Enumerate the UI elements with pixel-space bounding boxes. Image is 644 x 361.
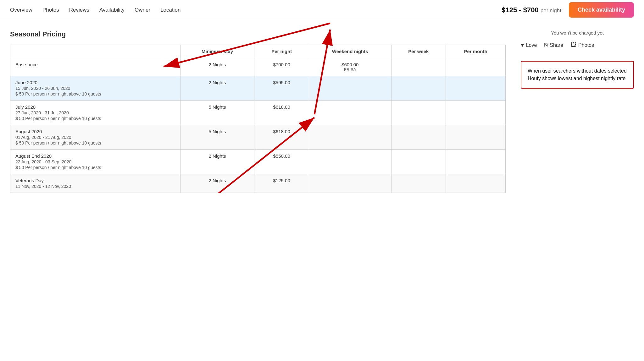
action-bar: ♥ Love ⎘ Share 🖼 Photos bbox=[521, 42, 634, 48]
check-availability-button[interactable]: Check availability bbox=[569, 2, 634, 18]
season-cell: Base price bbox=[10, 58, 180, 76]
weekend-nights-cell bbox=[309, 76, 391, 101]
per-week-cell bbox=[391, 76, 446, 101]
nav-overview[interactable]: Overview bbox=[10, 7, 32, 13]
season-cell: Veterans Day11 Nov, 2020 - 12 Nov, 2020 bbox=[10, 174, 180, 193]
per-night-cell: $125.00 bbox=[254, 174, 309, 193]
col-season-header bbox=[10, 45, 180, 58]
min-stay-cell: 2 Nights bbox=[180, 174, 254, 193]
per-night-cell: $550.00 bbox=[254, 150, 309, 174]
nav-owner[interactable]: Owner bbox=[135, 7, 150, 13]
per-night-cell: $618.00 bbox=[254, 125, 309, 150]
photos-label: Photos bbox=[578, 42, 594, 48]
photos-icon: 🖼 bbox=[571, 42, 576, 48]
per-week-cell bbox=[391, 174, 446, 193]
per-week-cell bbox=[391, 125, 446, 150]
per-week-cell bbox=[391, 150, 446, 174]
table-row: Base price2 Nights$700.00$600.00FR SA bbox=[10, 58, 506, 76]
photos-action[interactable]: 🖼 Photos bbox=[571, 42, 594, 48]
table-row: July 202027 Jun, 2020 - 31 Jul, 2020$ 50… bbox=[10, 101, 506, 125]
nav-location[interactable]: Location bbox=[160, 7, 180, 13]
nav-links: Overview Photos Reviews Availability Own… bbox=[10, 7, 180, 13]
col-weekend-header: Weekend nights bbox=[309, 45, 391, 58]
right-section: You won't be charged yet ♥ Love ⎘ Share … bbox=[521, 30, 634, 193]
per-week-cell bbox=[391, 101, 446, 125]
weekend-nights-cell bbox=[309, 101, 391, 125]
annotation-text: When user searchers without dates select… bbox=[528, 68, 627, 81]
col-per-week-header: Per week bbox=[391, 45, 446, 58]
min-stay-cell: 2 Nights bbox=[180, 58, 254, 76]
main-content: Seasonal Pricing Minimum stay Per night … bbox=[0, 20, 644, 193]
min-stay-cell: 5 Nights bbox=[180, 101, 254, 125]
per-night-cell: $700.00 bbox=[254, 58, 309, 76]
pricing-table: Minimum stay Per night Weekend nights Pe… bbox=[10, 45, 506, 193]
pricing-section: Seasonal Pricing Minimum stay Per night … bbox=[10, 30, 506, 193]
annotation-box: When user searchers without dates select… bbox=[521, 61, 634, 89]
table-row: August 202001 Aug, 2020 - 21 Aug, 2020$ … bbox=[10, 125, 506, 150]
top-navigation: Overview Photos Reviews Availability Own… bbox=[0, 0, 644, 20]
per-month-cell bbox=[446, 101, 506, 125]
love-action[interactable]: ♥ Love bbox=[521, 42, 537, 48]
col-per-month-header: Per month bbox=[446, 45, 506, 58]
per-month-cell bbox=[446, 125, 506, 150]
nav-photos[interactable]: Photos bbox=[42, 7, 59, 13]
share-label: Share bbox=[550, 42, 563, 48]
season-cell: July 202027 Jun, 2020 - 31 Jul, 2020$ 50… bbox=[10, 101, 180, 125]
nav-right: $125 - $700 per night Check availability bbox=[502, 2, 634, 18]
share-icon: ⎘ bbox=[544, 42, 548, 48]
not-charged-text: You won't be charged yet bbox=[521, 30, 634, 36]
love-label: Love bbox=[526, 42, 537, 48]
price-range-display: $125 - $700 per night bbox=[502, 6, 561, 14]
min-stay-cell: 2 Nights bbox=[180, 150, 254, 174]
per-night-cell: $595.00 bbox=[254, 76, 309, 101]
nav-reviews[interactable]: Reviews bbox=[69, 7, 89, 13]
section-title: Seasonal Pricing bbox=[10, 30, 506, 38]
per-month-cell bbox=[446, 174, 506, 193]
per-month-cell bbox=[446, 76, 506, 101]
per-week-cell bbox=[391, 58, 446, 76]
table-row: August End 202022 Aug, 2020 - 03 Sep, 20… bbox=[10, 150, 506, 174]
per-night-cell: $618.00 bbox=[254, 101, 309, 125]
min-stay-cell: 5 Nights bbox=[180, 125, 254, 150]
col-min-stay-header: Minimum stay bbox=[180, 45, 254, 58]
season-cell: June 202015 Jun, 2020 - 26 Jun, 2020$ 50… bbox=[10, 76, 180, 101]
table-row: Veterans Day11 Nov, 2020 - 12 Nov, 20202… bbox=[10, 174, 506, 193]
share-action[interactable]: ⎘ Share bbox=[544, 42, 563, 48]
per-month-cell bbox=[446, 58, 506, 76]
weekend-nights-cell bbox=[309, 174, 391, 193]
col-per-night-header: Per night bbox=[254, 45, 309, 58]
table-row: June 202015 Jun, 2020 - 26 Jun, 2020$ 50… bbox=[10, 76, 506, 101]
nav-availability[interactable]: Availability bbox=[99, 7, 125, 13]
heart-icon: ♥ bbox=[521, 42, 524, 48]
season-cell: August 202001 Aug, 2020 - 21 Aug, 2020$ … bbox=[10, 125, 180, 150]
weekend-nights-cell: $600.00FR SA bbox=[309, 58, 391, 76]
min-stay-cell: 2 Nights bbox=[180, 76, 254, 101]
weekend-nights-cell bbox=[309, 125, 391, 150]
season-cell: August End 202022 Aug, 2020 - 03 Sep, 20… bbox=[10, 150, 180, 174]
per-month-cell bbox=[446, 150, 506, 174]
weekend-nights-cell bbox=[309, 150, 391, 174]
